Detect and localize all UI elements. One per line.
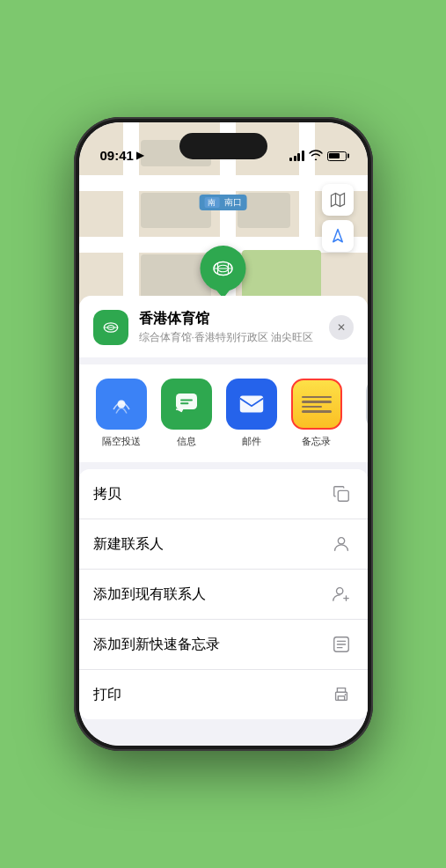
message-label: 信息 — [177, 435, 196, 448]
phone-frame: 09:41 ▶ — [74, 117, 373, 751]
share-row: 隔空投送 信息 — [79, 364, 368, 462]
phone-screen: 09:41 ▶ — [79, 122, 368, 746]
share-item-airdrop[interactable]: 隔空投送 — [93, 379, 150, 448]
copy-label: 拷贝 — [93, 485, 121, 504]
time-display: 09:41 — [100, 148, 134, 163]
more-icon — [366, 379, 368, 430]
action-new-contact[interactable]: 新建联系人 — [79, 519, 368, 570]
notes-label: 备忘录 — [302, 435, 331, 448]
wifi-icon — [309, 149, 323, 163]
dynamic-island — [179, 133, 267, 159]
new-contact-label: 新建联系人 — [93, 535, 164, 554]
svg-point-15 — [336, 588, 342, 594]
map-label-nankou: 南 南口 — [199, 195, 247, 210]
print-icon — [329, 682, 354, 707]
action-print[interactable]: 打印 — [79, 670, 368, 719]
signal-icon — [289, 151, 304, 161]
venue-subtitle: 综合体育馆·香港特别行政区 油尖旺区 — [139, 330, 318, 345]
share-item-message[interactable]: 信息 — [158, 379, 215, 448]
share-item-mail[interactable]: 邮件 — [223, 379, 280, 448]
add-note-icon — [329, 632, 354, 657]
pin-icon — [201, 246, 246, 291]
mail-icon — [226, 379, 277, 430]
new-contact-icon — [329, 532, 354, 556]
action-list: 拷贝 新建联系人 — [79, 469, 368, 719]
add-contact-label: 添加到现有联系人 — [93, 585, 206, 604]
map-controls — [322, 184, 354, 252]
message-icon — [161, 379, 212, 430]
share-item-more[interactable]: 提 — [354, 379, 368, 448]
close-button[interactable]: ✕ — [329, 315, 354, 340]
svg-rect-9 — [176, 394, 197, 409]
venue-name: 香港体育馆 — [139, 310, 318, 328]
airdrop-label: 隔空投送 — [102, 435, 141, 448]
airdrop-icon — [96, 379, 147, 430]
location-venue-icon — [93, 310, 128, 345]
location-arrow-icon: ▶ — [136, 150, 143, 161]
svg-rect-18 — [338, 696, 344, 701]
svg-point-14 — [338, 538, 344, 544]
svg-point-19 — [344, 694, 346, 695]
location-header: 香港体育馆 综合体育馆·香港特别行政区 油尖旺区 ✕ — [79, 296, 368, 357]
action-add-note[interactable]: 添加到新快速备忘录 — [79, 620, 368, 670]
bottom-sheet: 香港体育馆 综合体育馆·香港特别行政区 油尖旺区 ✕ 隔空投 — [79, 296, 368, 746]
location-info: 香港体育馆 综合体育馆·香港特别行政区 油尖旺区 — [139, 310, 318, 345]
map-type-button[interactable] — [322, 184, 354, 216]
status-time: 09:41 ▶ — [100, 148, 143, 163]
battery-icon — [327, 151, 347, 161]
add-contact-icon — [329, 582, 354, 607]
mail-label: 邮件 — [242, 435, 261, 448]
notes-icon — [291, 379, 342, 430]
status-icons — [289, 149, 347, 163]
location-button[interactable] — [322, 220, 354, 252]
svg-rect-13 — [338, 490, 348, 501]
svg-rect-12 — [239, 395, 262, 412]
share-item-notes[interactable]: 备忘录 — [289, 379, 345, 448]
action-copy[interactable]: 拷贝 — [79, 469, 368, 519]
print-label: 打印 — [93, 686, 121, 704]
add-note-label: 添加到新快速备忘录 — [93, 636, 220, 654]
action-add-contact[interactable]: 添加到现有联系人 — [79, 570, 368, 620]
copy-icon — [329, 482, 354, 506]
